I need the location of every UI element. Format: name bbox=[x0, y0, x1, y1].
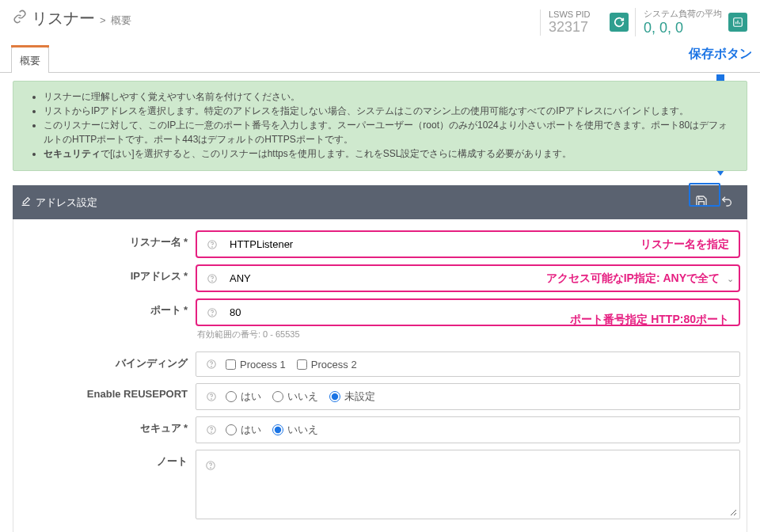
binding-process-1[interactable]: Process 1 bbox=[226, 359, 286, 370]
page-title: リスナー bbox=[32, 8, 95, 29]
svg-point-12 bbox=[211, 432, 212, 433]
reuseport-unset[interactable]: 未設定 bbox=[329, 390, 375, 404]
listener-name-input[interactable] bbox=[225, 234, 736, 254]
panel-title: アドレス設定 bbox=[36, 196, 97, 210]
ip-label: IPアドレス* bbox=[13, 264, 196, 283]
binding-process-2[interactable]: Process 2 bbox=[297, 359, 357, 370]
load-value: 0, 0, 0 bbox=[644, 20, 722, 36]
edit-icon bbox=[21, 196, 31, 209]
tab-row: 概要 保存ボタン bbox=[0, 46, 760, 73]
load-label: システム負荷の平均 bbox=[644, 8, 722, 20]
chart-button[interactable] bbox=[728, 13, 747, 32]
help-item: このリスナーに対して、このIP上に一意のポート番号を入力します。スーパーユーザー… bbox=[44, 118, 734, 146]
help-item: セキュリティで[はい]を選択すると、このリスナーはhttpsを使用します。これを… bbox=[44, 146, 734, 161]
pid-value: 32317 bbox=[549, 19, 603, 36]
reload-button[interactable] bbox=[610, 13, 629, 32]
panel-header: アドレス設定 bbox=[13, 185, 747, 219]
title-separator: > bbox=[100, 11, 106, 26]
link-icon bbox=[13, 10, 27, 28]
svg-point-10 bbox=[211, 399, 212, 400]
help-icon[interactable] bbox=[203, 235, 222, 254]
help-box: リスナーに理解しやすく覚えやすい名前を付けてください。リストからIPアドレスを選… bbox=[13, 81, 747, 171]
save-callout-label: 保存ボタン bbox=[689, 46, 752, 63]
svg-point-8 bbox=[211, 367, 212, 367]
ip-address-select[interactable] bbox=[225, 268, 736, 288]
pid-label: LSWS PID bbox=[549, 10, 603, 19]
help-icon[interactable] bbox=[203, 303, 222, 322]
help-icon[interactable] bbox=[203, 269, 222, 288]
undo-button[interactable] bbox=[714, 192, 739, 213]
secure-label: セキュア* bbox=[13, 416, 196, 435]
page-subtitle: 概要 bbox=[111, 10, 131, 28]
note-textarea[interactable] bbox=[223, 453, 737, 516]
secure-yes[interactable]: はい bbox=[226, 423, 261, 437]
pid-block: LSWS PID 32317 bbox=[540, 10, 603, 36]
help-item: リスナーに理解しやすく覚えやすい名前を付けてください。 bbox=[44, 89, 734, 104]
port-label: ポート* bbox=[13, 298, 196, 317]
help-item: リストからIPアドレスを選択します。特定のアドレスを指定しない場合、システムはこ… bbox=[44, 104, 734, 118]
help-icon[interactable] bbox=[202, 456, 220, 475]
reuseport-no[interactable]: いいえ bbox=[272, 390, 318, 404]
load-block: システム負荷の平均 0, 0, 0 bbox=[635, 8, 722, 36]
svg-point-6 bbox=[212, 314, 213, 315]
help-icon[interactable] bbox=[202, 387, 221, 406]
svg-point-14 bbox=[211, 468, 211, 469]
reuseport-yes[interactable]: はい bbox=[226, 390, 261, 404]
help-icon[interactable] bbox=[202, 420, 221, 439]
listener-name-label: リスナー名* bbox=[13, 230, 196, 249]
save-button[interactable] bbox=[689, 192, 714, 213]
note-label: ノート bbox=[13, 450, 196, 469]
svg-point-2 bbox=[212, 246, 213, 247]
tab-overview[interactable]: 概要 bbox=[11, 47, 49, 73]
port-input[interactable] bbox=[225, 302, 736, 322]
secure-no[interactable]: いいえ bbox=[272, 423, 318, 437]
page-title-block: リスナー > 概要 bbox=[13, 8, 527, 29]
reuseport-label: Enable REUSEPORT bbox=[13, 383, 196, 400]
svg-point-4 bbox=[212, 280, 213, 281]
binding-label: バインディング bbox=[13, 352, 196, 370]
header-stats: LSWS PID 32317 システム負荷の平均 0, 0, 0 bbox=[540, 8, 747, 36]
port-hint: 有効範囲の番号: 0 - 65535 bbox=[196, 329, 740, 340]
help-icon[interactable] bbox=[202, 355, 221, 374]
